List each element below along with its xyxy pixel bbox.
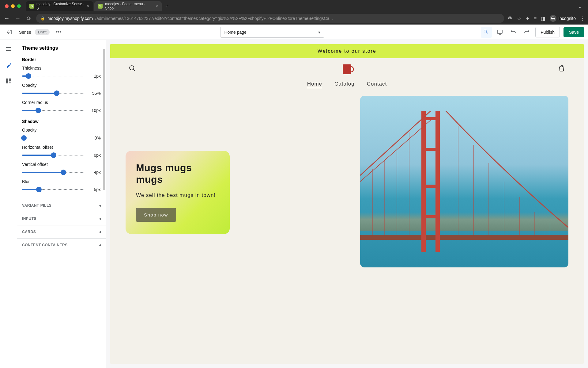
nav-home[interactable]: Home xyxy=(307,81,322,88)
tab-title: moodjoy · Customize Sense · S xyxy=(36,2,85,10)
device-preview-button[interactable] xyxy=(495,27,505,37)
hoffset-label: Horizontal offset xyxy=(22,145,101,150)
browser-tab-1[interactable]: S moodjoy · Customize Sense · S × xyxy=(26,1,93,11)
radius-value: 10px xyxy=(88,108,101,113)
hero-text-card: Mugs mugs mugs We sell the best mugs in … xyxy=(126,151,230,234)
settings-title: Theme settings xyxy=(22,45,101,51)
browser-menu-icon[interactable]: ⋮ xyxy=(580,16,585,21)
window-minimize[interactable] xyxy=(11,4,15,8)
hero-subtitle: We sell the best mugs in town! xyxy=(136,191,219,199)
preview-canvas: Welcome to our store Home Catalog Contac… xyxy=(106,40,588,368)
caret-down-icon: ▾ xyxy=(318,30,320,35)
svg-rect-7 xyxy=(6,81,8,83)
close-tab-icon[interactable]: × xyxy=(156,4,158,9)
draft-badge: Draft xyxy=(35,29,50,35)
shopify-favicon: S xyxy=(98,4,103,9)
svg-rect-6 xyxy=(9,79,11,81)
collapse-icon: ◂ xyxy=(99,243,101,247)
browser-tab-2[interactable]: S moodjoy · Footer menu · Shopi × xyxy=(94,1,162,11)
star-icon[interactable]: ☆ xyxy=(517,16,521,21)
more-actions-button[interactable]: ••• xyxy=(53,29,64,35)
svg-rect-0 xyxy=(484,30,486,32)
exit-editor-button[interactable] xyxy=(4,27,15,38)
opacity-slider[interactable] xyxy=(22,90,85,96)
nav-catalog[interactable]: Catalog xyxy=(334,81,355,88)
apps-nav-icon[interactable] xyxy=(4,76,13,86)
window-close[interactable] xyxy=(5,4,9,8)
hoffset-value: 0px xyxy=(88,153,101,158)
nav-contact[interactable]: Contact xyxy=(367,81,387,88)
svg-rect-5 xyxy=(6,79,8,81)
inspector-button[interactable] xyxy=(481,27,492,38)
reading-list-icon[interactable]: ≡ xyxy=(534,16,537,21)
announcement-bar[interactable]: Welcome to our store xyxy=(110,44,584,58)
voffset-slider[interactable] xyxy=(22,169,85,175)
thickness-slider[interactable] xyxy=(22,73,85,79)
page-selector-label: Home page xyxy=(224,30,246,35)
publish-button[interactable]: Publish xyxy=(535,27,560,37)
theme-settings-panel: Theme settings Border Thickness 1px Opac… xyxy=(17,40,106,368)
page-selector[interactable]: Home page ▾ xyxy=(220,27,324,38)
shadow-opacity-value: 0% xyxy=(88,136,101,140)
side-panel-icon[interactable]: ◨ xyxy=(541,16,545,21)
inputs-section[interactable]: INPUTS◂ xyxy=(17,212,106,225)
incognito-icon: 🕶 xyxy=(550,15,556,22)
undo-icon xyxy=(510,29,516,35)
shopify-favicon: S xyxy=(29,4,34,9)
shadow-section-heading: Shadow xyxy=(22,119,101,124)
voffset-label: Vertical offset xyxy=(22,162,101,167)
voffset-value: 4px xyxy=(88,170,101,175)
shop-now-button[interactable]: Shop now xyxy=(136,208,176,222)
forward-button[interactable]: → xyxy=(14,15,21,22)
hero-image xyxy=(360,96,568,267)
hoffset-slider[interactable] xyxy=(22,152,85,158)
svg-rect-2 xyxy=(6,47,11,48)
content-containers-section[interactable]: CONTENT CONTAINERS◂ xyxy=(17,238,106,251)
shadow-opacity-slider[interactable] xyxy=(22,135,85,141)
lock-icon: 🔒 xyxy=(40,16,45,21)
address-bar[interactable]: 🔒 moodjoy.myshopify.com/admin/themes/136… xyxy=(36,14,504,23)
variant-pills-section[interactable]: VARIANT PILLS◂ xyxy=(17,199,106,212)
url-host: moodjoy.myshopify.com xyxy=(47,16,93,21)
cart-icon[interactable] xyxy=(558,65,565,74)
store-logo[interactable] xyxy=(338,63,356,76)
tab-title: moodjoy · Footer menu · Shopi xyxy=(105,2,153,10)
window-maximize[interactable] xyxy=(17,4,21,8)
scrollbar[interactable] xyxy=(103,49,105,190)
blur-label: Blur xyxy=(22,179,101,184)
new-tab-button[interactable]: + xyxy=(163,3,171,10)
redo-icon xyxy=(524,29,530,35)
reload-button[interactable]: ⟳ xyxy=(25,15,32,22)
svg-rect-3 xyxy=(6,49,11,49)
redo-button[interactable] xyxy=(522,27,532,37)
store-nav: Home Catalog Contact xyxy=(110,78,584,96)
theme-settings-nav-icon[interactable] xyxy=(4,60,13,70)
shadow-opacity-label: Opacity xyxy=(22,128,101,132)
save-button[interactable]: Save xyxy=(564,27,584,37)
desktop-icon xyxy=(497,29,503,35)
theme-name: Sense xyxy=(19,30,31,35)
blur-slider[interactable] xyxy=(22,186,85,193)
collapse-icon: ◂ xyxy=(99,217,101,221)
extensions-icon[interactable]: ✦ xyxy=(526,16,530,21)
eye-off-icon[interactable]: 👁 xyxy=(508,16,513,21)
exit-icon xyxy=(6,29,12,35)
back-button[interactable]: ← xyxy=(3,15,10,22)
sections-nav-icon[interactable] xyxy=(4,44,13,54)
hero-title: Mugs mugs mugs xyxy=(136,162,219,186)
collapse-icon: ◂ xyxy=(99,203,101,208)
thickness-label: Thickness xyxy=(22,66,101,71)
opacity-value: 55% xyxy=(88,91,101,96)
svg-rect-4 xyxy=(6,50,11,51)
close-tab-icon[interactable]: × xyxy=(87,4,89,9)
thickness-value: 1px xyxy=(88,74,101,79)
undo-button[interactable] xyxy=(508,27,518,37)
inspector-icon xyxy=(484,29,489,35)
incognito-badge[interactable]: 🕶 Incognito xyxy=(550,15,576,22)
blur-value: 5px xyxy=(88,187,101,192)
search-icon[interactable] xyxy=(129,65,136,74)
tabs-overflow-icon[interactable]: ⌄ xyxy=(574,3,586,9)
url-path: /admin/themes/136147632377/editor?contex… xyxy=(95,16,333,21)
radius-slider[interactable] xyxy=(22,107,85,113)
cards-section[interactable]: CARDS◂ xyxy=(17,225,106,238)
